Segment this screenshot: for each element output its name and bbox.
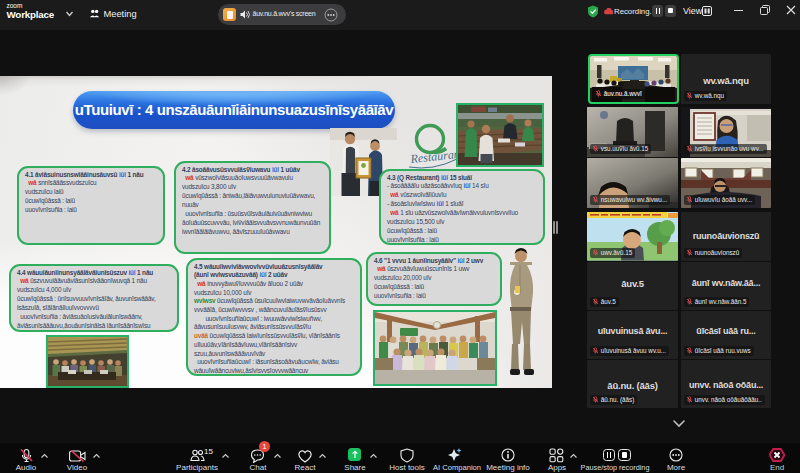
svg-text:Restaurant: Restaurant — [409, 146, 461, 166]
